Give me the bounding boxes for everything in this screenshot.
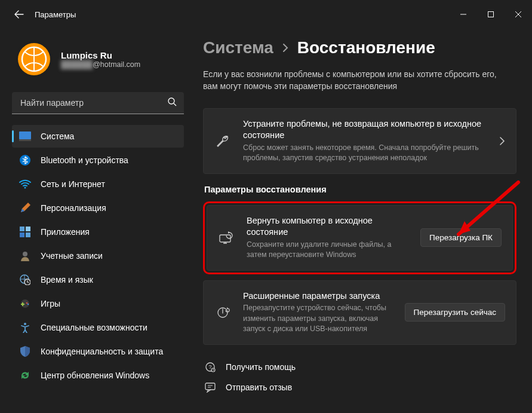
reset-pc-card: Вернуть компьютер в исходное состояние С… <box>207 205 513 271</box>
sidebar-item-accounts[interactable]: Учетные записи <box>12 244 184 267</box>
minimize-button[interactable] <box>450 5 477 24</box>
footer-links: ? Получить помощь Отправить отзыв <box>203 357 516 397</box>
nav-label: Сеть и Интернет <box>41 179 105 189</box>
troubleshoot-card[interactable]: Устраните проблемы, не возвращая компьют… <box>203 108 516 174</box>
profile-name: Lumpics Ru <box>61 50 140 60</box>
svg-rect-10 <box>20 232 24 237</box>
maximize-icon <box>488 11 494 17</box>
nav-label: Специальные возможности <box>41 323 147 332</box>
nav-label: Учетные записи <box>41 251 103 261</box>
gamepad-icon <box>19 298 31 310</box>
advanced-subtitle: Перезапустите устройство сейчас, чтобы и… <box>243 303 393 335</box>
sidebar-item-gaming[interactable]: Игры <box>12 292 184 315</box>
svg-point-3 <box>168 98 174 104</box>
sidebar: Lumpics Ru ██████@hotmail.com Система Bl… <box>0 29 191 413</box>
back-button[interactable] <box>7 2 31 26</box>
titlebar: Параметры <box>0 0 532 29</box>
update-icon <box>19 369 31 381</box>
svg-text:?: ? <box>208 364 211 370</box>
advanced-startup-card: Расширенные параметры запуска Перезапуст… <box>203 280 516 345</box>
get-help-link[interactable]: ? Получить помощь <box>203 357 516 377</box>
power-icon <box>214 305 231 320</box>
sidebar-item-system[interactable]: Система <box>12 125 184 148</box>
nav-label: Приложения <box>41 227 90 237</box>
nav-label: Bluetooth и устройства <box>41 155 128 165</box>
breadcrumb: Система Восстановление <box>203 38 516 57</box>
maximize-button[interactable] <box>477 5 505 24</box>
restart-now-button[interactable]: Перезагрузить сейчас <box>405 303 505 322</box>
main-content: Система Восстановление Если у вас возник… <box>191 29 532 413</box>
breadcrumb-current: Восстановление <box>297 38 435 57</box>
chevron-right-icon <box>499 136 505 146</box>
sidebar-item-privacy[interactable]: Конфиденциальность и защита <box>12 340 184 363</box>
page-description: Если у вас возникли проблемы с компьютер… <box>203 68 513 93</box>
avatar <box>16 41 53 78</box>
troubleshoot-subtitle: Сброс может занять некоторое время. Снач… <box>243 143 487 164</box>
sidebar-item-accessibility[interactable]: Специальные возможности <box>12 316 184 339</box>
sidebar-item-network[interactable]: Сеть и Интернет <box>12 173 184 195</box>
accessibility-icon <box>19 322 31 334</box>
help-label: Получить помощь <box>226 362 296 372</box>
chevron-right-icon <box>282 42 289 53</box>
display-icon <box>19 130 31 142</box>
svg-rect-11 <box>26 232 30 237</box>
svg-point-16 <box>26 302 28 304</box>
person-icon <box>19 250 31 262</box>
search-box[interactable] <box>12 92 184 114</box>
svg-point-17 <box>27 304 29 305</box>
globe-clock-icon <box>19 274 31 286</box>
nav-label: Центр обновления Windows <box>41 371 149 380</box>
svg-rect-0 <box>488 12 494 17</box>
svg-point-12 <box>23 252 27 256</box>
sidebar-item-apps[interactable]: Приложения <box>12 221 184 243</box>
nav-label: Конфиденциальность и защита <box>41 347 163 356</box>
sidebar-item-bluetooth[interactable]: Bluetooth и устройства <box>12 149 184 172</box>
profile-block[interactable]: Lumpics Ru ██████@hotmail.com <box>16 41 184 78</box>
sidebar-item-time[interactable]: Время и язык <box>12 268 184 291</box>
nav-label: Время и язык <box>41 275 93 284</box>
nav-label: Игры <box>41 299 60 308</box>
window-title: Параметры <box>35 10 76 19</box>
svg-point-7 <box>24 187 26 189</box>
wifi-icon <box>19 178 31 190</box>
avatar-icon <box>17 42 51 76</box>
wrench-icon <box>214 134 231 148</box>
svg-rect-4 <box>19 131 31 139</box>
reset-subtitle: Сохраните или удалите личные файлы, а за… <box>247 240 408 261</box>
sidebar-item-update[interactable]: Центр обновления Windows <box>12 364 184 387</box>
paint-icon <box>19 202 31 214</box>
feedback-label: Отправить отзыв <box>226 383 292 392</box>
reset-icon <box>218 231 235 244</box>
svg-rect-8 <box>20 227 24 231</box>
nav-label: Система <box>41 131 74 141</box>
search-input[interactable] <box>12 92 184 114</box>
reset-title: Вернуть компьютер в исходное состояние <box>247 215 408 238</box>
nav-label: Персонализация <box>41 203 106 213</box>
svg-rect-24 <box>205 383 215 390</box>
nav-list: Система Bluetooth и устройства Сеть и Ин… <box>12 125 184 387</box>
reset-pc-button[interactable]: Перезагрузка ПК <box>420 228 502 247</box>
section-header: Параметры восстановления <box>204 185 516 194</box>
breadcrumb-parent[interactable]: Система <box>203 38 273 57</box>
search-icon <box>167 97 177 109</box>
close-button[interactable] <box>505 5 532 24</box>
arrow-left-icon <box>14 10 24 19</box>
feedback-link[interactable]: Отправить отзыв <box>203 377 516 397</box>
shield-icon <box>19 345 31 357</box>
bluetooth-icon <box>19 154 31 166</box>
profile-email: ██████@hotmail.com <box>61 60 140 69</box>
close-icon <box>515 11 521 17</box>
svg-rect-5 <box>19 139 31 141</box>
svg-rect-9 <box>26 227 30 231</box>
troubleshoot-title: Устраните проблемы, не возвращая компьют… <box>243 118 487 142</box>
advanced-title: Расширенные параметры запуска <box>243 290 393 302</box>
sidebar-item-personalization[interactable]: Персонализация <box>12 197 184 219</box>
minimize-icon <box>460 11 466 17</box>
apps-icon <box>19 226 31 238</box>
svg-point-18 <box>24 323 26 325</box>
feedback-icon <box>204 382 216 393</box>
help-icon: ? <box>204 362 216 372</box>
highlight-annotation: Вернуть компьютер в исходное состояние С… <box>203 201 516 274</box>
